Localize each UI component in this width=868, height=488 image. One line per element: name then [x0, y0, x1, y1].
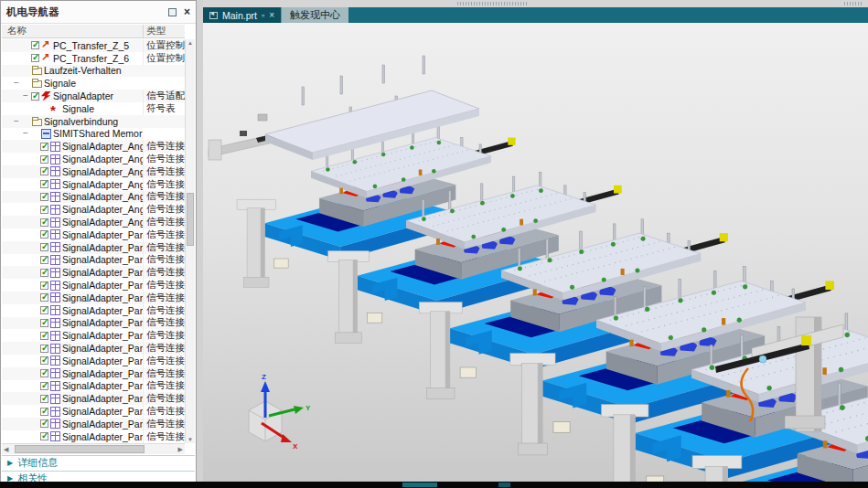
checkbox[interactable]: [40, 382, 48, 390]
tree-row[interactable]: SignalAdapter_Part_Transfer_Pic... 信号连接: [2, 405, 185, 418]
tree-row[interactable]: SignalAdapter_Part_Sensor_Tran... 信号连接: [2, 355, 185, 367]
tree-row[interactable]: SignalAdapter_Part_Sensor_Ra... 信号连接: [2, 228, 185, 241]
tree-row[interactable]: − Signalverbindung: [2, 115, 185, 128]
checkbox[interactable]: [40, 419, 48, 428]
toolbar-gripper[interactable]: [457, 2, 529, 5]
checkbox[interactable]: [40, 143, 48, 151]
vertical-scrollbar-thumb[interactable]: [187, 193, 194, 246]
tree-row[interactable]: SignalAdapter_Part_Sensor_Tran... 信号连接: [2, 392, 185, 405]
checkbox[interactable]: [31, 92, 39, 101]
restore-window-icon[interactable]: ▫: [262, 11, 264, 20]
horizontal-scrollbar[interactable]: ◀ ▶: [2, 443, 185, 454]
expander-icon[interactable]: −: [22, 92, 29, 100]
checkbox[interactable]: [31, 54, 39, 62]
tree-row[interactable]: SignalAdapter_Angle_Ram_6_A... 信号连接: [2, 216, 185, 228]
checkbox[interactable]: [40, 180, 48, 188]
expander-icon[interactable]: −: [22, 130, 29, 137]
3d-model-canvas[interactable]: Z Y X: [203, 23, 868, 482]
checkbox[interactable]: [40, 167, 48, 175]
tree-row[interactable]: − SIMITShared Memory2: [2, 128, 185, 141]
expander-icon[interactable]: −: [13, 118, 20, 125]
checkbox[interactable]: [40, 293, 48, 302]
panel-resizer[interactable]: [197, 0, 203, 482]
tree-item-type: 信号连接: [143, 228, 185, 241]
checkbox[interactable]: [40, 408, 48, 416]
vertical-scrollbar[interactable]: ▲ ▼: [185, 39, 195, 443]
tree-row[interactable]: SignalAdapter_Part_Sensor_Ra... 信号连接: [2, 279, 185, 292]
column-name[interactable]: 名称: [2, 25, 143, 37]
tree-row[interactable]: SignalAdapter_Part_Transfer_Pic... 信号连接: [2, 418, 185, 430]
close-tab-icon[interactable]: ×: [269, 10, 274, 20]
details-section-header[interactable]: ▶ 详细信息: [2, 455, 195, 470]
checkbox[interactable]: [40, 332, 48, 340]
checkbox[interactable]: [40, 369, 48, 377]
tree-row[interactable]: SignalAdapter_Angle_Ram_3_A... 信号连接: [2, 178, 185, 191]
tree-row[interactable]: SignalAdapter_Part_Sensor_Ra... 信号连接: [2, 266, 185, 279]
expander-icon[interactable]: −: [13, 80, 20, 87]
orientation-triad[interactable]: Z Y X: [249, 373, 311, 451]
tree-item-type: 信号连接: [143, 392, 185, 405]
tree-row[interactable]: − SignalAdapter 信号适配器: [2, 90, 185, 102]
tree-item-label: Signale: [62, 103, 94, 114]
checkbox[interactable]: [40, 218, 48, 227]
checkbox[interactable]: [40, 243, 48, 251]
taskbar-segment[interactable]: [498, 483, 510, 487]
tree-row[interactable]: SignalAdapter_Part_Sensor_Tran... 信号连接: [2, 329, 185, 342]
tree-row[interactable]: SignalAdapter_Part_Sensor_Ra... 信号连接: [2, 292, 185, 304]
checkbox[interactable]: [40, 345, 48, 353]
checkbox[interactable]: [40, 281, 48, 290]
scroll-right-icon[interactable]: ▶: [178, 446, 183, 453]
horizontal-scrollbar-thumb[interactable]: [15, 445, 145, 453]
checkbox[interactable]: [40, 356, 48, 365]
scroll-left-icon[interactable]: ◀: [4, 446, 8, 453]
tree-row-name-cell: SignalAdapter_Part_Sensor_Ra...: [2, 254, 143, 265]
taskbar-segment[interactable]: [402, 483, 437, 487]
tree-item-label: SignalAdapter_Angle_Ram_5_A...: [62, 204, 143, 215]
tree-row[interactable]: SignalAdapter_Angle_Ram_4_A... 信号连接: [2, 191, 185, 204]
checkbox[interactable]: [40, 319, 48, 327]
checkbox[interactable]: [40, 432, 48, 440]
graphics-viewport[interactable]: Z Y X: [203, 23, 868, 482]
float-panel-icon[interactable]: [168, 8, 177, 16]
checkbox[interactable]: [40, 193, 48, 201]
triad-x-label: X: [293, 442, 298, 451]
tree-row[interactable]: − Signale: [2, 77, 185, 90]
tree-row[interactable]: PC_Transfer_Z_6 位置控制: [2, 52, 185, 65]
tree-item-label: SignalAdapter: [53, 90, 113, 101]
tab-main-prt[interactable]: Main.prt ▫ ×: [203, 7, 281, 23]
tree-row[interactable]: SignalAdapter_Angle_Linemaste... 信号连接: [2, 140, 185, 153]
tree-row[interactable]: SignalAdapter_Part_Sensor_Ra... 信号连接: [2, 241, 185, 254]
tree-item-type: 信号连接: [143, 266, 185, 279]
checkbox[interactable]: [40, 256, 48, 264]
scroll-down-icon[interactable]: ▼: [188, 437, 193, 442]
checkbox[interactable]: [31, 41, 39, 49]
scroll-up-icon[interactable]: ▲: [188, 40, 193, 46]
checkbox[interactable]: [40, 306, 48, 314]
checkbox[interactable]: [40, 206, 48, 214]
tree-row[interactable]: SignalAdapter_Angle_Ram_2_A... 信号连接: [2, 165, 185, 178]
checkbox[interactable]: [40, 269, 48, 277]
column-type[interactable]: 类型: [143, 25, 185, 37]
tree-row[interactable]: PC_Transfer_Z_5 位置控制: [2, 39, 185, 52]
tree-row[interactable]: SignalAdapter_Part_Transfer_Pic... 信号连接: [2, 430, 185, 443]
tree-column-header[interactable]: 名称 类型: [2, 25, 185, 38]
tree-row[interactable]: Signale 符号表: [2, 102, 185, 115]
checkbox[interactable]: [40, 395, 48, 403]
toolbar-gripper[interactable]: [844, 2, 863, 5]
tree-row[interactable]: SignalAdapter_Angle_Ram_5_A... 信号连接: [2, 203, 185, 216]
tree-row[interactable]: Laufzeit-Verhalten: [2, 65, 185, 78]
tree-row-name-cell: PC_Transfer_Z_5: [2, 40, 143, 51]
tree-row[interactable]: SignalAdapter_Angle_Ram_1_A... 信号连接: [2, 153, 185, 165]
checkbox[interactable]: [40, 155, 48, 164]
close-panel-icon[interactable]: ×: [184, 8, 190, 16]
tree-row[interactable]: SignalAdapter_Part_Sensor_Tran... 信号连接: [2, 380, 185, 393]
tree-row[interactable]: SignalAdapter_Part_Sensor_Ra... 信号连接: [2, 254, 185, 267]
tree-row[interactable]: SignalAdapter_Part_Sensor_Ra... 信号连接: [2, 317, 185, 330]
checkbox[interactable]: [40, 230, 48, 239]
tree-row[interactable]: SignalAdapter_Part_Sensor_Tran... 信号连接: [2, 367, 185, 380]
tree-row-name-cell: Laufzeit-Verhalten: [2, 65, 143, 76]
tree-row[interactable]: SignalAdapter_Part_Sensor_Tran... 信号连接: [2, 342, 185, 355]
tree-item-type: 信号连接: [143, 203, 185, 216]
tree-item-label: SignalAdapter_Part_Transfer_Pic...: [62, 419, 143, 430]
tree-row[interactable]: SignalAdapter_Part_Sensor_Ra... 信号连接: [2, 304, 185, 317]
